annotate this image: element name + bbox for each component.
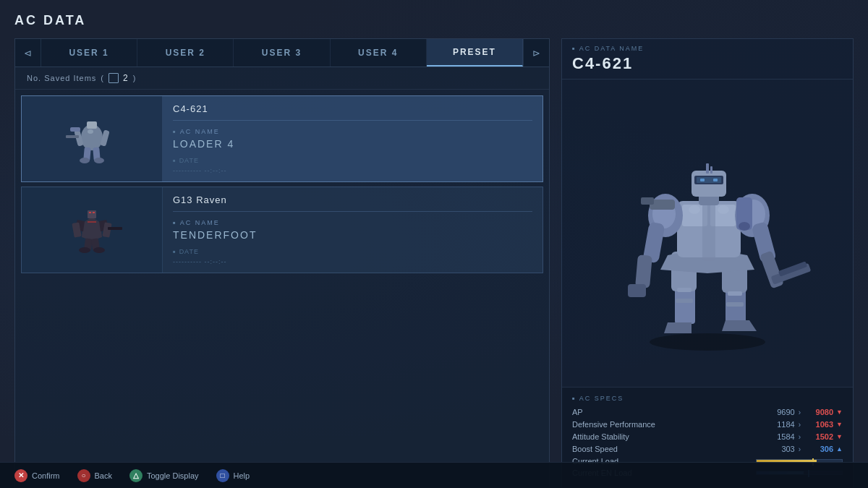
svg-rect-43 <box>635 254 652 288</box>
spec-new-att: 1502 <box>804 432 833 441</box>
list-item[interactable]: G13 Raven AC NAME TENDERFOOT DATE ------… <box>21 187 543 273</box>
spec-new-boost: 306 <box>804 445 833 453</box>
saved-items-open-paren: ( <box>101 74 104 82</box>
spec-indicator-att: ▼ <box>836 433 843 440</box>
right-panel-header: AC DATA NAME C4-621 <box>562 39 853 80</box>
item-thumbnail-1 <box>22 96 163 181</box>
back-label: Back <box>95 471 112 480</box>
item-name-2: G13 Raven <box>173 194 532 205</box>
svg-rect-47 <box>628 284 646 297</box>
item-details-1: C4-621 AC NAME LOADER 4 DATE ---------- … <box>163 96 542 181</box>
spec-arrow-ap: › <box>799 408 801 416</box>
ac-name-label-2: AC NAME <box>173 219 532 226</box>
svg-point-60 <box>689 205 700 214</box>
spec-row-boost: Boost Speed 303 › 306 ▲ <box>572 445 843 453</box>
item-divider-2 <box>173 211 532 212</box>
svg-point-21 <box>79 247 90 253</box>
svg-marker-28 <box>722 320 757 331</box>
saved-items-bar: No. Saved Items ( 2 ) <box>15 67 549 90</box>
svg-rect-57 <box>641 197 654 205</box>
left-panel: ⊲ USER 1 USER 2 USER 3 USER 4 PRESET <box>14 38 550 488</box>
date-value-1: ---------- --:--:-- <box>173 167 532 174</box>
svg-rect-53 <box>713 179 718 181</box>
mech-display-area <box>562 80 853 387</box>
bottom-action-toggle[interactable]: △ Toggle Display <box>129 469 199 482</box>
spec-old-att: 1584 <box>766 432 795 441</box>
spec-old-boost: 303 <box>766 445 795 453</box>
svg-rect-44 <box>760 250 784 288</box>
spec-indicator-ap: ▼ <box>836 408 843 416</box>
mech-silhouette-1 <box>48 110 135 168</box>
tab-arrow-left[interactable]: ⊲ <box>15 39 41 67</box>
date-label-1: DATE <box>173 157 532 164</box>
svg-rect-52 <box>700 179 705 181</box>
spec-old-ap: 9690 <box>766 408 795 416</box>
spec-name-def: Defensive Performance <box>572 420 766 429</box>
item-divider-1 <box>173 120 532 121</box>
saved-items-count: 2 <box>123 73 129 83</box>
spec-indicator-def: ▼ <box>836 421 843 428</box>
svg-rect-23 <box>108 227 122 230</box>
main-container: AC DATA ⊲ USER 1 USER 2 USER 3 USER 4 <box>0 0 868 488</box>
svg-point-61 <box>718 205 729 214</box>
x-button-icon: ✕ <box>14 469 27 482</box>
svg-rect-24 <box>88 221 96 223</box>
svg-rect-63 <box>726 302 744 307</box>
svg-point-25 <box>650 333 765 351</box>
spec-new-def: 1063 <box>804 420 833 429</box>
svg-point-8 <box>94 158 104 163</box>
bottom-action-confirm[interactable]: ✕ Confirm <box>14 469 60 482</box>
content-area: ⊲ USER 1 USER 2 USER 3 USER 4 PRESET <box>14 38 854 488</box>
tab-user4[interactable]: USER 4 <box>331 39 427 67</box>
tabs-bar: ⊲ USER 1 USER 2 USER 3 USER 4 PRESET <box>15 39 549 67</box>
spec-name-boost: Boost Speed <box>572 445 766 453</box>
spec-name-att: Attitude Stability <box>572 432 766 441</box>
list-item[interactable]: C4-621 AC NAME LOADER 4 DATE ---------- … <box>21 95 543 182</box>
svg-marker-29 <box>664 322 692 333</box>
svg-rect-9 <box>66 135 79 138</box>
svg-rect-55 <box>710 166 712 174</box>
spec-row-ap: AP 9690 › 9080 ▼ <box>572 408 843 416</box>
svg-point-59 <box>739 222 750 231</box>
svg-rect-12 <box>88 210 96 218</box>
svg-rect-14 <box>93 212 95 213</box>
date-value-2: ---------- --:--:-- <box>173 258 532 265</box>
tab-user1[interactable]: USER 1 <box>41 39 137 67</box>
tab-user2[interactable]: USER 2 <box>137 39 234 67</box>
svg-rect-62 <box>728 291 742 296</box>
bottom-bar: ✕ Confirm ○ Back △ Toggle Display □ Help <box>0 462 868 488</box>
svg-rect-65 <box>676 299 693 303</box>
square-button-icon: □ <box>216 469 229 482</box>
ac-name-value-2: TENDERFOOT <box>173 229 532 241</box>
spec-arrow-def: › <box>799 421 801 429</box>
tab-preset[interactable]: PRESET <box>427 39 523 67</box>
bottom-action-back[interactable]: ○ Back <box>77 469 112 482</box>
ac-name-display: C4-621 <box>572 54 843 73</box>
item-name-1: C4-621 <box>173 103 532 114</box>
svg-rect-1 <box>87 121 97 129</box>
confirm-label: Confirm <box>32 471 60 480</box>
ac-name-value-1: LOADER 4 <box>173 138 532 150</box>
save-icon <box>109 73 119 83</box>
svg-rect-4 <box>70 127 80 132</box>
date-label-2: DATE <box>173 248 532 255</box>
right-panel: AC DATA NAME C4-621 <box>561 38 854 488</box>
mech-large-display <box>584 114 830 353</box>
spec-arrow-boost: › <box>799 445 801 453</box>
svg-point-22 <box>93 247 105 253</box>
toggle-label: Toggle Display <box>147 471 199 480</box>
tab-user3[interactable]: USER 3 <box>234 39 330 67</box>
spec-old-def: 1184 <box>766 420 795 429</box>
item-details-2: G13 Raven AC NAME TENDERFOOT DATE ------… <box>163 187 542 273</box>
svg-rect-13 <box>89 212 91 213</box>
spec-new-ap: 9080 <box>804 408 833 416</box>
tab-arrow-right[interactable]: ⊳ <box>523 39 549 67</box>
saved-items-label: No. Saved Items <box>27 74 96 82</box>
svg-point-7 <box>80 158 90 163</box>
item-thumbnail-2 <box>22 187 163 273</box>
bottom-action-help[interactable]: □ Help <box>216 469 250 482</box>
svg-rect-54 <box>706 163 709 174</box>
specs-header: AC SPECS <box>572 395 843 402</box>
spec-row-def: Defensive Performance 1184 › 1063 ▼ <box>572 420 843 429</box>
help-label: Help <box>234 471 250 480</box>
